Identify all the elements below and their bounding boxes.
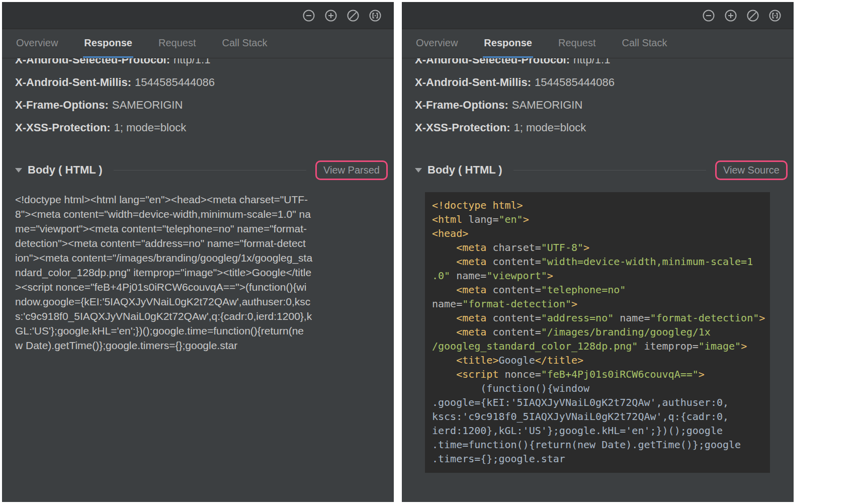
code-line: <meta content="telephone=no" xyxy=(432,283,770,297)
code-line: .0" name="viewport"> xyxy=(432,269,770,283)
network-response-panel-left: Overview Response Request Call Stack X-A… xyxy=(2,2,394,502)
zoom-controls xyxy=(702,2,782,29)
detail-tabs: Overview Response Request Call Stack xyxy=(2,29,394,58)
disclosure-triangle-icon[interactable] xyxy=(415,168,422,173)
header-field-value: 1544585444086 xyxy=(135,76,215,89)
view-parsed-button[interactable]: View Parsed xyxy=(315,160,388,180)
header-field-value: http/1.1 xyxy=(573,58,610,66)
response-body-raw-text: <!doctype html><html lang="en"><head><me… xyxy=(15,192,381,353)
header-field-value: SAMEORIGIN xyxy=(112,99,183,111)
zoom-controls xyxy=(302,2,382,29)
tab-call-stack[interactable]: Call Stack xyxy=(221,29,268,58)
code-line: <!doctype html> xyxy=(432,198,770,212)
response-tab-content: X-Android-Selected-Protocol:http/1.1 X-A… xyxy=(402,58,794,502)
disclosure-triangle-icon[interactable] xyxy=(15,168,22,173)
header-field-value: 1; mode=block xyxy=(513,121,586,134)
code-line: <script nonce="feB+4Pj01s0iRCW6couvqA=="… xyxy=(432,367,770,381)
body-section-header: Body ( HTML ) View Parsed xyxy=(15,159,381,181)
body-section-title: Body ( HTML ) xyxy=(427,163,502,177)
header-field-label: X-Android-Sent-Millis: xyxy=(415,76,531,89)
reset-zoom-icon[interactable] xyxy=(347,9,360,22)
header-field-label: X-Frame-Options: xyxy=(15,99,109,111)
header-field-label: X-Android-Selected-Protocol: xyxy=(415,58,570,66)
header-field-row: X-XSS-Protection:1; mode=block xyxy=(15,116,381,139)
zoom-out-icon[interactable] xyxy=(302,9,315,22)
tab-request[interactable]: Request xyxy=(157,29,197,58)
zoom-to-selection-icon[interactable] xyxy=(369,9,382,22)
code-line: /googleg_standard_color_128dp.png" itemp… xyxy=(432,339,770,353)
code-line: .google={kEI:'5IAQXJyVNaiL0gK2t72QAw',au… xyxy=(432,395,770,409)
zoom-out-icon[interactable] xyxy=(702,9,715,22)
zoom-to-selection-icon[interactable] xyxy=(768,9,782,22)
zoom-in-icon[interactable] xyxy=(724,9,737,22)
header-field-value: http/1.1 xyxy=(174,58,210,66)
profiler-toolbar xyxy=(2,2,394,29)
divider-line xyxy=(513,170,706,171)
code-line: <meta content="address=no" name="format-… xyxy=(432,311,770,325)
header-field-label: X-Android-Sent-Millis: xyxy=(15,76,131,89)
code-line: (function(){window xyxy=(432,381,770,395)
network-response-panel-right: Overview Response Request Call Stack X-A… xyxy=(402,2,794,502)
header-field-label: X-XSS-Protection: xyxy=(15,121,110,134)
tab-response[interactable]: Response xyxy=(483,29,533,58)
profiler-toolbar xyxy=(402,2,794,29)
detail-tabs: Overview Response Request Call Stack xyxy=(402,29,794,58)
reset-zoom-icon[interactable] xyxy=(746,9,759,22)
header-field-row: X-Frame-Options:SAMEORIGIN xyxy=(415,94,781,116)
header-field-value: 1544585444086 xyxy=(535,76,615,89)
tab-request[interactable]: Request xyxy=(557,29,597,58)
code-line: ierd:1200},kGL:'US'};google.kHL='en';})(… xyxy=(432,424,770,438)
body-section-title: Body ( HTML ) xyxy=(28,163,103,177)
header-field-label: X-Android-Selected-Protocol: xyxy=(15,58,170,66)
tab-response[interactable]: Response xyxy=(83,29,133,58)
code-line: <meta charset="UTF-8"> xyxy=(432,240,770,255)
header-field-label: X-XSS-Protection: xyxy=(415,121,510,134)
header-field-value: 1; mode=block xyxy=(114,121,186,134)
code-line: <meta content="width=device-width,minimu… xyxy=(432,255,770,269)
body-section-header: Body ( HTML ) View Source xyxy=(415,159,781,181)
view-source-button[interactable]: View Source xyxy=(715,160,788,180)
code-line: <title>Google</title> xyxy=(432,353,770,367)
header-field-row: X-Frame-Options:SAMEORIGIN xyxy=(15,94,381,116)
tab-overview[interactable]: Overview xyxy=(415,29,459,58)
header-field-row: X-Android-Selected-Protocol:http/1.1 xyxy=(15,58,381,71)
divider-line xyxy=(114,170,306,171)
response-tab-content: X-Android-Selected-Protocol:http/1.1 X-A… xyxy=(2,58,394,502)
code-line: <head> xyxy=(432,226,770,240)
tab-call-stack[interactable]: Call Stack xyxy=(621,29,668,58)
tab-overview[interactable]: Overview xyxy=(15,29,59,58)
code-line: <meta content="/images/branding/googleg/… xyxy=(432,325,770,339)
code-line: .time=function(){return(new Date).getTim… xyxy=(432,438,770,452)
zoom-in-icon[interactable] xyxy=(324,9,337,22)
code-line: kscs:'c9c918f0_5IAQXJyVNaiL0gK2t72QAw',q… xyxy=(432,409,770,424)
header-field-value: SAMEORIGIN xyxy=(512,99,583,111)
header-field-row: X-Android-Sent-Millis:1544585444086 xyxy=(415,71,781,94)
response-body-source-code: <!doctype html><html lang="en"><head> <m… xyxy=(425,192,770,473)
code-line: .timers={};google.star xyxy=(432,452,770,466)
header-field-row: X-XSS-Protection:1; mode=block xyxy=(415,116,781,139)
header-field-row: X-Android-Sent-Millis:1544585444086 xyxy=(15,71,381,94)
code-line: name="format-detection"> xyxy=(432,297,770,311)
header-field-row: X-Android-Selected-Protocol:http/1.1 xyxy=(415,58,781,71)
code-line: <html lang="en"> xyxy=(432,212,770,226)
header-field-label: X-Frame-Options: xyxy=(415,99,508,111)
